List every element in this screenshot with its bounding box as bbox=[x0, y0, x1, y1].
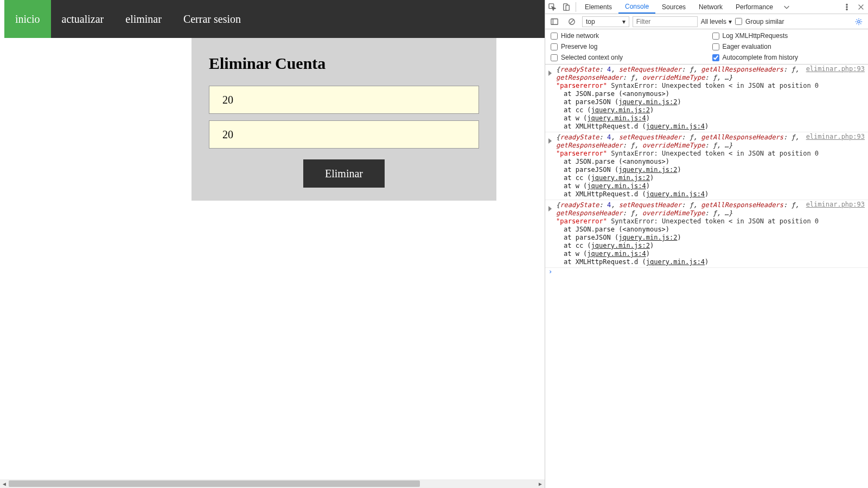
checkbox[interactable] bbox=[551, 43, 558, 50]
kebab-menu-icon[interactable] bbox=[840, 0, 854, 14]
chk-preserve-log[interactable]: Preserve log bbox=[545, 41, 707, 52]
devtools-panel: ElementsConsoleSourcesNetworkPerformance… bbox=[545, 0, 868, 488]
stack-link[interactable]: jquery.min.js:2 bbox=[591, 174, 650, 182]
svg-point-3 bbox=[846, 4, 847, 5]
delete-field-1[interactable] bbox=[209, 86, 479, 114]
console-settings-icon[interactable] bbox=[852, 15, 866, 29]
stack-link[interactable]: jquery.min.js:2 bbox=[591, 106, 650, 114]
chk-selected-ctx[interactable]: Selected context only bbox=[545, 52, 707, 63]
group-similar-checkbox[interactable]: Group similar bbox=[735, 18, 784, 25]
expand-icon[interactable] bbox=[548, 138, 552, 144]
delete-field-2[interactable] bbox=[209, 120, 479, 149]
stack-frame: at JSON.parse (<anonymous>) bbox=[556, 90, 865, 98]
device-toggle-icon[interactable] bbox=[559, 0, 573, 14]
chk-label: Eager evaluation bbox=[723, 43, 771, 50]
console-output[interactable]: eliminar.php:93{readyState: 4, setReques… bbox=[545, 65, 868, 488]
execution-context-select[interactable]: top ▾ bbox=[582, 16, 629, 27]
scroll-track[interactable] bbox=[9, 479, 536, 488]
group-similar-label: Group similar bbox=[745, 18, 784, 25]
navbar: inicioactualizareliminarCerrar sesion bbox=[4, 0, 545, 38]
stack-frame: at w (jquery.min.js:4) bbox=[556, 114, 865, 123]
chk-label: Log XMLHttpRequests bbox=[723, 32, 788, 40]
stack-link[interactable]: jquery.min.js:2 bbox=[618, 166, 677, 174]
more-tabs-icon[interactable] bbox=[780, 0, 794, 14]
svg-point-5 bbox=[846, 9, 847, 10]
console-toolbar: top ▾ All levels ▾ Group similar bbox=[545, 14, 868, 29]
stack-frame: at w (jquery.min.js:4) bbox=[556, 250, 865, 258]
source-link[interactable]: eliminar.php:93 bbox=[806, 65, 865, 73]
checkbox[interactable] bbox=[712, 43, 719, 50]
devtools-tab-network[interactable]: Network bbox=[692, 0, 729, 14]
clear-console-icon[interactable] bbox=[565, 15, 579, 29]
stack-link[interactable]: jquery.min.js:4 bbox=[587, 114, 646, 122]
context-value: top bbox=[586, 18, 595, 25]
stack-link[interactable]: jquery.min.js:2 bbox=[618, 234, 677, 241]
divider bbox=[576, 2, 576, 12]
stack-link[interactable]: jquery.min.js:4 bbox=[587, 250, 646, 258]
inspect-icon[interactable] bbox=[545, 0, 559, 14]
devtools-tabbar: ElementsConsoleSourcesNetworkPerformance bbox=[545, 0, 868, 14]
source-link[interactable]: eliminar.php:93 bbox=[806, 201, 865, 209]
devtools-tab-console[interactable]: Console bbox=[618, 0, 655, 14]
svg-line-9 bbox=[570, 20, 574, 23]
devtools-tab-elements[interactable]: Elements bbox=[578, 0, 618, 14]
horizontal-scrollbar[interactable]: ◄ ► bbox=[0, 479, 545, 488]
close-devtools-icon[interactable] bbox=[854, 0, 868, 14]
levels-label: All levels bbox=[701, 18, 726, 25]
delete-account-card: Eliminar Cuenta Eliminar bbox=[192, 38, 496, 201]
scroll-left-arrow-icon[interactable]: ◄ bbox=[0, 479, 9, 488]
checkbox[interactable] bbox=[551, 33, 558, 40]
devtools-tab-sources[interactable]: Sources bbox=[655, 0, 692, 14]
scroll-right-arrow-icon[interactable]: ► bbox=[536, 479, 545, 488]
toggle-sidebar-icon[interactable] bbox=[547, 15, 561, 29]
stack-link[interactable]: jquery.min.js:2 bbox=[618, 98, 677, 106]
app-panel: inicioactualizareliminarCerrar sesion El… bbox=[0, 0, 545, 488]
nav-item-inicio[interactable]: inicio bbox=[4, 0, 51, 38]
scroll-thumb[interactable] bbox=[9, 480, 420, 487]
expand-icon[interactable] bbox=[548, 70, 552, 76]
devtools-tab-performance[interactable]: Performance bbox=[729, 0, 780, 14]
expand-icon[interactable] bbox=[548, 206, 552, 211]
chk-label: Preserve log bbox=[561, 43, 597, 50]
stack-frame: at parseJSON (jquery.min.js:2) bbox=[556, 234, 865, 242]
checkbox[interactable] bbox=[712, 33, 719, 40]
console-log-entry: eliminar.php:93{readyState: 4, setReques… bbox=[545, 132, 868, 200]
console-prompt[interactable] bbox=[545, 268, 868, 278]
chk-log-xhr[interactable]: Log XMLHttpRequests bbox=[707, 30, 869, 41]
stack-frame: at w (jquery.min.js:4) bbox=[556, 182, 865, 190]
stack-frame: at parseJSON (jquery.min.js:2) bbox=[556, 98, 865, 106]
stack-frame: at XMLHttpRequest.d (jquery.min.js:4) bbox=[556, 123, 865, 131]
chevron-down-icon: ▾ bbox=[622, 18, 626, 25]
checkbox[interactable] bbox=[712, 54, 719, 61]
chk-eager-eval[interactable]: Eager evaluation bbox=[707, 41, 869, 52]
stack-frame: at cc (jquery.min.js:2) bbox=[556, 242, 865, 250]
stack-frame: at cc (jquery.min.js:2) bbox=[556, 106, 865, 114]
stack-frame: at XMLHttpRequest.d (jquery.min.js:4) bbox=[556, 190, 865, 198]
error-line: "parsererror" SyntaxError: Unexpected to… bbox=[556, 150, 865, 158]
source-link[interactable]: eliminar.php:93 bbox=[806, 133, 865, 141]
chevron-down-icon: ▾ bbox=[729, 18, 732, 25]
stack-link[interactable]: jquery.min.js:2 bbox=[591, 242, 650, 249]
stack-frame: at JSON.parse (<anonymous>) bbox=[556, 226, 865, 234]
stack-frame: at JSON.parse (<anonymous>) bbox=[556, 158, 865, 166]
log-levels-select[interactable]: All levels ▾ bbox=[701, 18, 732, 25]
submit-delete-button[interactable]: Eliminar bbox=[303, 159, 385, 188]
card-title: Eliminar Cuenta bbox=[209, 54, 479, 73]
checkbox[interactable] bbox=[551, 54, 558, 61]
chk-autocomplete-history[interactable]: Autocomplete from history bbox=[707, 52, 869, 63]
stack-frame: at XMLHttpRequest.d (jquery.min.js:4) bbox=[556, 258, 865, 266]
stack-link[interactable]: jquery.min.js:4 bbox=[587, 182, 646, 190]
nav-item-eliminar[interactable]: eliminar bbox=[114, 0, 173, 38]
chk-hide-network[interactable]: Hide network bbox=[545, 30, 707, 41]
svg-point-4 bbox=[846, 6, 847, 7]
console-log-entry: eliminar.php:93{readyState: 4, setReques… bbox=[545, 65, 868, 132]
console-filter-input[interactable] bbox=[633, 16, 698, 27]
nav-item-actualizar[interactable]: actualizar bbox=[51, 0, 115, 38]
stack-link[interactable]: jquery.min.js:4 bbox=[646, 123, 705, 130]
group-similar-box[interactable] bbox=[735, 18, 742, 25]
stack-link[interactable]: jquery.min.js:4 bbox=[646, 258, 705, 266]
console-options: Hide network Log XMLHttpRequests Preserv… bbox=[545, 29, 868, 65]
svg-point-10 bbox=[858, 20, 860, 22]
nav-item-cerrar-sesion[interactable]: Cerrar sesion bbox=[173, 0, 252, 38]
stack-link[interactable]: jquery.min.js:4 bbox=[646, 190, 705, 198]
